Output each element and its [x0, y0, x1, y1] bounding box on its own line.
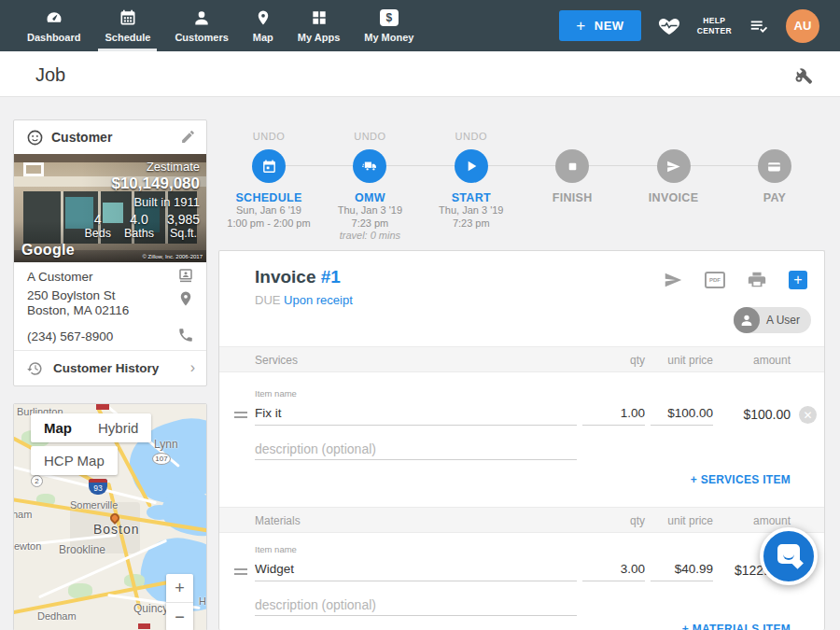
beds-label: Beds [84, 227, 111, 240]
undo-button[interactable]: UNDO [218, 131, 319, 143]
assignee-chip[interactable]: A User [734, 307, 811, 333]
plus-icon: + [576, 17, 585, 35]
drag-handle[interactable] [234, 568, 247, 576]
map-label-dedham: Dedham [37, 610, 77, 622]
sqft-label: Sq.ft. [167, 227, 200, 240]
material-description-input[interactable] [255, 594, 577, 616]
map-zoom-control: + − [166, 574, 193, 630]
step-label: START [421, 191, 522, 204]
sqft-value: 3,985 [167, 212, 200, 227]
service-amount: $100.00 [708, 407, 791, 422]
unit-price-column-header: unit price [651, 514, 713, 527]
qty-column-header: qty [582, 514, 645, 527]
nav-item-my-apps[interactable]: My Apps [286, 0, 352, 51]
job-timeline: UNDO SCHEDULE Sun, Jan 6 '19 1:00 pm - 2… [218, 123, 825, 246]
finish-step-button[interactable] [555, 149, 589, 183]
nav-items: Dashboard Schedule Customers Map [0, 0, 426, 51]
add-invoice-button[interactable]: + [789, 271, 807, 289]
baths-value: 4.0 [124, 212, 154, 227]
timeline-step-pay: PAY [724, 123, 825, 246]
hcp-map-button[interactable]: HCP Map [31, 446, 118, 475]
service-qty-input[interactable] [582, 401, 645, 426]
property-photo[interactable]: Zestimate $10,149,080 Built in 1911 4Bed… [14, 154, 206, 262]
service-item-name-input[interactable] [255, 401, 577, 426]
service-unit-price-input[interactable] [651, 401, 713, 426]
task-list-icon[interactable] [748, 16, 770, 36]
material-unit-price-input[interactable] [651, 557, 713, 581]
timeline-step-start: UNDO START Thu, Jan 3 '19 7:23 pm [421, 123, 522, 246]
new-button[interactable]: + NEW [559, 10, 640, 41]
send-invoice-icon[interactable] [663, 270, 683, 290]
map-type-hybrid-button[interactable]: Hybrid [85, 413, 151, 442]
nav-item-customers[interactable]: Customers [162, 0, 240, 51]
nav-label: Schedule [105, 32, 150, 43]
map-water [147, 505, 173, 520]
drag-handle[interactable] [234, 412, 247, 419]
invoice-title-text: Invoice [255, 267, 315, 287]
phone-icon[interactable] [177, 327, 194, 343]
service-description-input[interactable] [255, 438, 577, 460]
location-pin-icon[interactable] [177, 290, 194, 307]
invoice-number[interactable]: #1 [321, 267, 341, 287]
chat-bubble-button[interactable] [760, 527, 818, 585]
nav-label: My Money [364, 32, 413, 43]
undo-spacer [522, 131, 623, 143]
material-qty-input[interactable] [582, 557, 645, 581]
job-settings-wrench-icon[interactable] [791, 63, 814, 86]
due-value-link[interactable]: Upon receipt [284, 293, 353, 307]
add-services-item-link[interactable]: + SERVICES ITEM [691, 473, 791, 486]
invoice-card: Invoice #1 DUE Upon receipt PDF + A User… [218, 250, 825, 630]
chat-icon [777, 544, 800, 564]
customer-address-line1: 250 Boylston St [27, 288, 116, 302]
pdf-icon[interactable]: PDF [705, 272, 725, 288]
map-canvas[interactable]: Burlington Lynn 107 2 93 Somerville ham … [14, 404, 206, 630]
item-name-label: Item name [255, 388, 297, 399]
customer-face-icon [26, 129, 44, 147]
item-name-label: Item name [255, 544, 297, 554]
map-zoom-in-button[interactable]: + [166, 574, 193, 602]
step-label: SCHEDULE [218, 191, 319, 204]
map-type-map-button[interactable]: Map [31, 413, 85, 442]
invoice-step-button[interactable] [657, 149, 691, 183]
step-label: PAY [724, 191, 825, 204]
invoice-actions: PDF + [663, 270, 807, 290]
help-center-line2: CENTER [697, 26, 732, 36]
undo-button[interactable]: UNDO [319, 131, 420, 143]
nav-item-schedule[interactable]: Schedule [92, 0, 162, 51]
history-icon [26, 360, 43, 377]
nav-item-my-money[interactable]: $ My Money [352, 0, 426, 51]
omw-step-button[interactable] [353, 149, 386, 183]
map-zoom-out-button[interactable]: − [166, 603, 193, 630]
material-item-name-input[interactable] [255, 557, 577, 581]
undo-button[interactable]: UNDO [421, 131, 522, 143]
map-label-hi: Hi [199, 595, 206, 607]
calendar-icon [261, 159, 277, 175]
chat-smile [783, 554, 794, 560]
baths-label: Baths [124, 227, 154, 240]
beds-value: 4 [84, 212, 111, 227]
step-label: FINISH [522, 191, 623, 204]
pay-step-button[interactable] [758, 149, 791, 183]
add-materials-item-link[interactable]: + MATERIALS ITEM [682, 623, 791, 630]
calendar-icon [119, 7, 137, 29]
nav-item-dashboard[interactable]: Dashboard [15, 0, 92, 51]
delete-item-button[interactable]: ✕ [799, 406, 817, 424]
map-label-ham: ham [14, 509, 32, 520]
map-label-lynn: Lynn [154, 438, 178, 451]
map-label-newton: Newton [14, 540, 41, 552]
timeline-step-omw: UNDO OMW Thu, Jan 3 '19 7:23 pm travel: … [319, 123, 420, 246]
help-center-link[interactable]: HELP CENTER [697, 16, 732, 35]
user-avatar[interactable]: AU [786, 9, 819, 43]
schedule-step-button[interactable] [252, 149, 286, 183]
map-marker [138, 623, 150, 629]
contact-card-icon[interactable] [177, 267, 194, 284]
assignee-name: A User [766, 314, 800, 327]
customer-history-label: Customer History [53, 361, 159, 375]
nav-item-map[interactable]: Map [241, 0, 286, 51]
start-step-button[interactable] [455, 149, 488, 183]
edit-pencil-icon[interactable] [180, 129, 196, 145]
heart-pulse-icon[interactable] [657, 15, 681, 37]
print-icon[interactable] [747, 270, 767, 290]
credit-card-icon [766, 159, 782, 175]
customer-history-row[interactable]: Customer History › [14, 351, 206, 386]
